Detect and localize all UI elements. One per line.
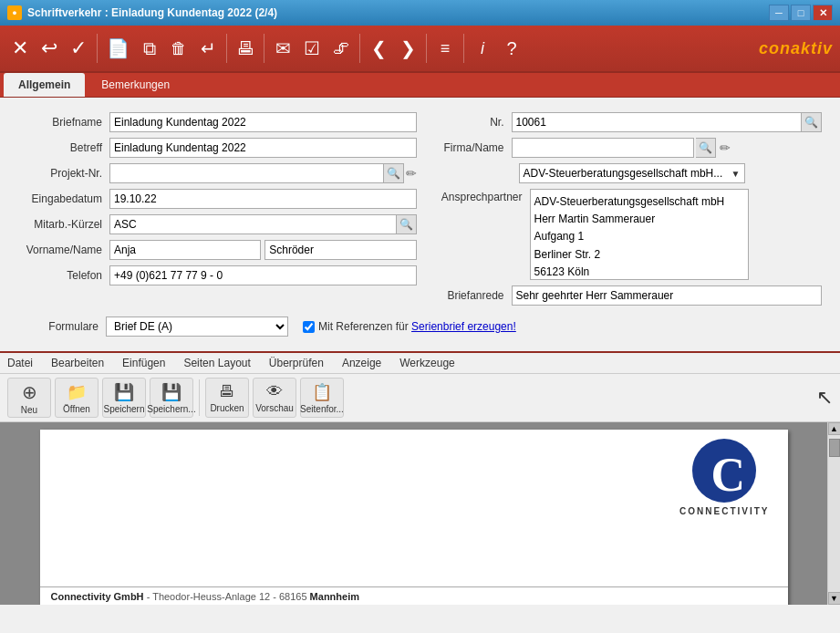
checkbox-label: Mit Referenzen für Serienbrief erzeugen! [318, 320, 516, 333]
footer-line-2: ADV-Steuerberatungsgesellschaft mbH [51, 604, 777, 605]
tab-bemerkungen[interactable]: Bemerkungen [87, 73, 184, 97]
word-menu-bearbeiten[interactable]: Bearbeiten [47, 355, 108, 371]
saveas-icon: 💾 [161, 382, 181, 402]
word-new-button[interactable]: ⊕ Neu [7, 378, 51, 418]
info-button[interactable]: i [470, 37, 495, 60]
word-menu-ueberprufen[interactable]: Überprüfen [265, 355, 327, 371]
print-toolbar-button[interactable]: 🖶 [233, 36, 258, 61]
vorname-input[interactable] [109, 240, 261, 260]
check-button[interactable]: ✓ [66, 35, 91, 62]
nachname-input[interactable] [264, 240, 416, 260]
word-menu-datei[interactable]: Datei [4, 355, 36, 371]
window-close-button[interactable]: ✕ [813, 5, 833, 21]
toolbar-separator-1 [97, 34, 98, 63]
close-toolbar-button[interactable]: ✕ [7, 35, 33, 62]
document-container: C CONNECTIVITY Connectivity GmbH - Theod… [0, 422, 840, 605]
betreff-label: Betreff [18, 141, 109, 154]
firma-search-button[interactable]: 🔍 [696, 138, 716, 158]
check2-button[interactable]: ☑ [299, 36, 325, 61]
footer-company: Connectivity GmbH [51, 591, 144, 602]
new-doc-button[interactable]: 📄 [103, 36, 133, 61]
toolbar-separator-2 [226, 34, 227, 63]
saveas-label: Speichern... [147, 404, 195, 414]
briefname-input[interactable] [109, 112, 417, 132]
save-icon: 💾 [114, 382, 134, 402]
eingabedatum-label: Eingabedatum [18, 192, 109, 205]
word-print-button[interactable]: 🖶 Drucken [205, 378, 249, 418]
nav-prev-button[interactable]: ❮ [366, 36, 391, 61]
scrollbar-down-button[interactable]: ▼ [828, 592, 841, 605]
word-pageformat-button[interactable]: 📋 Seitenfor... [300, 378, 344, 418]
word-open-button[interactable]: 📁 Öffnen [55, 378, 99, 418]
copy-doc-button[interactable]: ⧉ [137, 36, 162, 61]
toolbar-separator-6 [463, 34, 464, 63]
mitarb-input-group: 🔍 [109, 214, 417, 234]
vertical-scrollbar[interactable]: ▲ ▼ [827, 422, 840, 605]
email-button[interactable]: ✉ [270, 36, 296, 61]
projekt-label: Projekt-Nr. [18, 167, 109, 180]
form-left-column: Briefname Betreff Projekt-Nr. 🔍 ✏ Eingab… [15, 109, 420, 315]
new-doc-icon: ⊕ [22, 381, 37, 403]
mitarb-search-button[interactable]: 🔍 [397, 214, 417, 234]
formulare-select[interactable]: Brief DE (A) [106, 316, 288, 337]
firma-dropdown[interactable]: ADV-Steuerberatungsgesellschaft mbH... ▼ [519, 163, 745, 183]
word-saveas-button[interactable]: 💾 Speichern... [150, 378, 193, 418]
ansprechpartner-line-3: Aufgang 1 [534, 228, 744, 245]
toolbar-separator-4 [359, 34, 360, 63]
help-button[interactable]: ? [499, 36, 524, 61]
scrollbar-up-button[interactable]: ▲ [828, 422, 841, 435]
preview-label: Vorschau [255, 403, 294, 413]
firma-edit-button[interactable]: ✏ [720, 140, 731, 155]
telefon-input[interactable] [109, 265, 417, 285]
briefanrede-row: Briefanrede [439, 285, 823, 306]
word-save-button[interactable]: 💾 Speichern [102, 378, 146, 418]
projekt-edit-button[interactable]: ✏ [406, 166, 417, 181]
menu-button[interactable]: ≡ [432, 37, 458, 60]
ansprechpartner-area: Ansprechpartner ADV-Steuerberatungsgesel… [439, 189, 823, 280]
new-label: Neu [21, 405, 37, 415]
titlebar-controls: ─ □ ✕ [769, 5, 833, 21]
serienbrief-checkbox[interactable] [303, 321, 315, 333]
eingabedatum-input[interactable] [109, 189, 417, 209]
scrollbar-thumb[interactable] [829, 439, 840, 457]
firma-input[interactable] [512, 138, 694, 158]
betreff-input[interactable] [109, 138, 417, 158]
firma-dropdown-value: ADV-Steuerberatungsgesellschaft mbH... [524, 167, 723, 180]
print-label: Drucken [210, 403, 244, 413]
undo-button[interactable]: ↩ [36, 35, 62, 62]
titlebar-title: Schriftverkehr : Einladung Kundentag 202… [27, 6, 769, 19]
vorname-label: Vorname/Name [18, 244, 109, 256]
nr-input[interactable] [512, 112, 803, 132]
word-menu-bar: Datei Bearbeiten Einfügen Seiten Layout … [0, 353, 840, 374]
formulare-section: Formulare Brief DE (A) Mit Referenzen fü… [15, 316, 825, 337]
footer-city: Mannheim [310, 591, 359, 602]
toolbar-separator-3 [264, 34, 264, 63]
ansprechpartner-label: Ansprechpartner [439, 189, 530, 203]
form-grid: Briefname Betreff Projekt-Nr. 🔍 ✏ Eingab… [15, 109, 825, 315]
word-menu-werkzeuge[interactable]: Werkzeuge [396, 355, 458, 371]
export-button[interactable]: ↵ [195, 36, 221, 61]
tab-allgemein[interactable]: Allgemein [4, 73, 85, 97]
nr-label: Nr. [439, 116, 512, 129]
delete-button[interactable]: 🗑 [166, 37, 192, 60]
mitarb-input[interactable] [109, 214, 397, 234]
word-toolbar-separator [199, 379, 200, 416]
preview-icon: 👁 [266, 382, 283, 401]
projekt-input[interactable] [109, 163, 384, 183]
document-logo: C CONNECTIVITY [679, 439, 769, 516]
word-menu-einfuegen[interactable]: Einfügen [119, 355, 169, 371]
word-preview-button[interactable]: 👁 Vorschau [253, 378, 296, 418]
nr-search-button[interactable]: 🔍 [802, 112, 822, 132]
projekt-search-button[interactable]: 🔍 [384, 163, 404, 183]
attach-button[interactable]: 🖇 [328, 37, 354, 60]
word-menu-seiten-layout[interactable]: Seiten Layout [180, 355, 254, 371]
word-menu-anzeige[interactable]: Anzeige [338, 355, 385, 371]
open-icon: 📁 [67, 382, 87, 402]
checkbox-row: Mit Referenzen für Serienbrief erzeugen! [303, 320, 516, 333]
nav-next-button[interactable]: ❯ [395, 36, 420, 61]
briefanrede-input[interactable] [512, 285, 823, 306]
minimize-button[interactable]: ─ [769, 5, 789, 21]
maximize-button[interactable]: □ [791, 5, 811, 21]
logo-accent: aktiv [791, 39, 833, 57]
formulare-label: Formulare [15, 320, 106, 333]
